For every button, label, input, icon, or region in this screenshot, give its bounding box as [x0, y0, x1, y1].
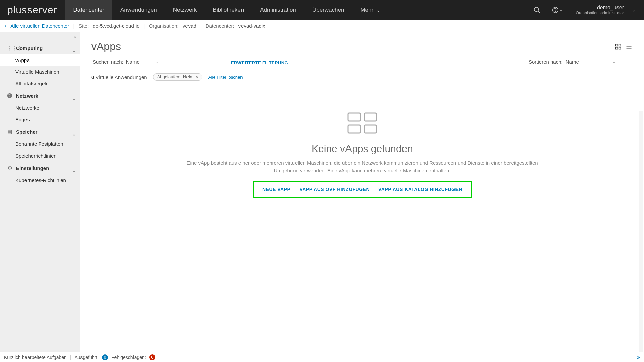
- sort-by-dropdown[interactable]: Sortieren nach: Name ⌄: [527, 58, 621, 67]
- sidebar-group-label: Computing: [16, 45, 43, 51]
- empty-state: Keine vApps gefunden Eine vApp besteht a…: [80, 81, 644, 352]
- result-count: 0: [91, 74, 94, 80]
- search-by-field: Name ⌄: [126, 59, 158, 65]
- svg-point-0: [534, 7, 538, 12]
- back-arrow-icon[interactable]: ‹: [5, 23, 6, 29]
- tasks-done-badge[interactable]: 0: [102, 354, 108, 360]
- chevron-down-icon: ⌄: [155, 60, 158, 64]
- sort-direction-button[interactable]: ↑: [631, 60, 633, 66]
- svg-rect-14: [364, 125, 376, 133]
- add-vapp-from-catalog-button[interactable]: VAPP AUS KATALOG HINZUFÜGEN: [378, 187, 462, 192]
- nav-tab-anwendungen[interactable]: Anwendungen: [112, 0, 165, 20]
- empty-grid-icon: [346, 111, 378, 135]
- page-title: vApps: [91, 40, 121, 53]
- clear-all-filters-link[interactable]: Alle Filter löschen: [208, 75, 243, 80]
- collapse-sidebar-button[interactable]: «: [0, 32, 80, 42]
- empty-description: Eine vApp besteht aus einer oder mehrere…: [184, 159, 540, 174]
- sidebar-item-benannte-festplatten[interactable]: Benannte Festplatten: [0, 138, 80, 150]
- sidebar-group-netzwerk[interactable]: 🌐︎ Netzwerk ⌄: [0, 89, 80, 102]
- help-icon[interactable]: ⌄: [551, 3, 564, 17]
- empty-title: Keine vApps gefunden: [312, 143, 413, 155]
- nav-tab-netzwerk[interactable]: Netzwerk: [165, 0, 205, 20]
- grid-icon: ⋮⋮⋮: [7, 45, 13, 51]
- svg-rect-11: [348, 113, 360, 121]
- divider: |: [70, 355, 71, 360]
- tasks-failed-badge[interactable]: 0: [149, 354, 155, 360]
- chevron-down-icon: ⌄: [559, 8, 563, 12]
- sidebar-group-label: Netzwerk: [16, 93, 38, 99]
- chevron-down-icon[interactable]: ⌄: [631, 7, 637, 13]
- breadcrumb-bar: ‹ Alle virtuellen Datencenter | Site: de…: [0, 20, 644, 32]
- divider: |: [200, 23, 202, 29]
- scrollbar[interactable]: [639, 111, 643, 352]
- svg-rect-7: [619, 47, 621, 49]
- svg-line-1: [538, 11, 540, 13]
- top-nav: plusserver Datencenter Anwendungen Netzw…: [0, 0, 644, 20]
- chevron-down-icon: ⌄: [72, 48, 76, 53]
- search-by-dropdown[interactable]: Suchen nach: Name ⌄: [91, 58, 219, 67]
- view-list-button[interactable]: [625, 42, 633, 51]
- chevron-down-icon: ⌄: [612, 60, 616, 64]
- search-icon[interactable]: [530, 3, 544, 17]
- sidebar-item-affinitaetsregeln[interactable]: Affinitätsregeln: [0, 78, 80, 89]
- chevron-down-icon: ⌄: [72, 132, 76, 137]
- filter-chip-abgelaufen[interactable]: Abgelaufen: Nein ✕: [153, 73, 202, 81]
- nav-tab-datencenter[interactable]: Datencenter: [65, 0, 112, 20]
- sidebar-item-vapps[interactable]: vApps: [0, 54, 80, 66]
- sidebar-group-einstellungen[interactable]: ⚙︎ Einstellungen ⌄: [0, 162, 80, 174]
- sidebar-item-kubernetes-richtlinien[interactable]: Kubernetes-Richtlinien: [0, 174, 80, 186]
- task-footer: Kürzlich bearbeitete Aufgaben | Ausgefüh…: [0, 352, 644, 362]
- view-grid-button[interactable]: [614, 42, 623, 51]
- chevron-down-icon: ⌄: [376, 7, 381, 14]
- add-vapp-from-ovf-button[interactable]: VAPP AUS OVF HINZUFÜGEN: [299, 187, 370, 192]
- expand-tasks-button[interactable]: »: [637, 354, 640, 360]
- sidebar-group-speicher[interactable]: ▤ Speicher ⌄: [0, 125, 80, 138]
- storage-icon: ▤: [7, 129, 13, 135]
- user-role: Organisationsadministrator: [576, 11, 624, 15]
- sort-by-label: Sortieren nach:: [529, 59, 563, 65]
- site-label: Site:: [78, 23, 89, 29]
- svg-point-3: [555, 11, 555, 12]
- result-count-label: Virtuelle Anwendungen: [96, 74, 147, 80]
- advanced-filter-link[interactable]: ERWEITERTE FILTERUNG: [231, 60, 288, 65]
- user-name: demo_user: [597, 5, 624, 11]
- close-icon[interactable]: ✕: [195, 74, 199, 79]
- user-menu[interactable]: demo_user Organisationsadministrator: [571, 5, 627, 15]
- sidebar: « ⋮⋮⋮ Computing ⌄ vApps Virtuelle Maschi…: [0, 32, 80, 352]
- divider: [225, 58, 225, 67]
- datacenter-value: vevad-vadix: [238, 23, 265, 29]
- sidebar-group-label: Speicher: [16, 129, 37, 135]
- brand-logo[interactable]: plusserver: [0, 0, 65, 20]
- nav-tab-bibliotheken[interactable]: Bibliotheken: [205, 0, 252, 20]
- svg-rect-4: [616, 44, 618, 46]
- nav-tab-administration[interactable]: Administration: [252, 0, 304, 20]
- org-label: Organisation:: [149, 23, 179, 29]
- sidebar-item-speicherrichtlinien[interactable]: Speicherrichtlinien: [0, 150, 80, 162]
- sidebar-group-computing[interactable]: ⋮⋮⋮ Computing ⌄: [0, 42, 80, 54]
- divider: |: [73, 23, 74, 29]
- svg-rect-5: [619, 44, 621, 46]
- sidebar-item-edges[interactable]: Edges: [0, 114, 80, 125]
- sidebar-item-netzwerke[interactable]: Netzwerke: [0, 102, 80, 114]
- nav-tab-ueberwachen[interactable]: Überwachen: [304, 0, 352, 20]
- datacenter-label: Datencenter:: [206, 23, 234, 29]
- content-area: vApps Suchen nach: Name ⌄ ERWEITERTE FIL…: [80, 32, 644, 352]
- globe-icon: 🌐︎: [7, 93, 13, 99]
- site-value: de-5.vcd.get-cloud.io: [93, 23, 139, 29]
- chip-key: Abgelaufen:: [157, 74, 180, 79]
- chevron-down-icon: ⌄: [72, 96, 76, 101]
- nav-tab-mehr[interactable]: Mehr ⌄: [352, 0, 389, 20]
- divider: |: [144, 23, 145, 29]
- tasks-failed-label: Fehlgeschlagen:: [111, 355, 146, 360]
- svg-rect-13: [348, 125, 360, 133]
- new-vapp-button[interactable]: NEUE VAPP: [262, 187, 290, 192]
- gear-icon: ⚙︎: [7, 165, 13, 171]
- chip-value: Nein: [183, 74, 192, 79]
- recent-tasks-label: Kürzlich bearbeitete Aufgaben: [4, 355, 67, 360]
- back-link-all-datacenters[interactable]: Alle virtuellen Datencenter: [10, 23, 69, 29]
- sidebar-item-virtuelle-maschinen[interactable]: Virtuelle Maschinen: [0, 66, 80, 78]
- search-by-value: Name: [126, 59, 140, 65]
- svg-rect-12: [364, 113, 376, 121]
- sidebar-group-label: Einstellungen: [16, 165, 49, 171]
- chevron-down-icon: ⌄: [72, 168, 76, 173]
